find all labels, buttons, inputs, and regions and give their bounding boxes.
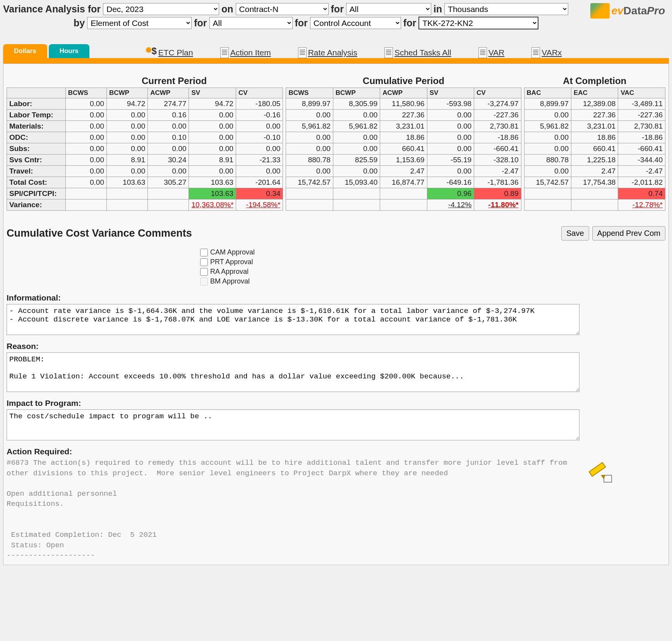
cell: 5,961.82	[333, 121, 380, 132]
cell: 5,961.82	[286, 121, 333, 132]
cell: 15,742.57	[524, 177, 571, 188]
cell: 103.63	[189, 177, 236, 188]
for3-label: for	[295, 17, 308, 29]
doc-icon	[220, 47, 229, 58]
cell: 0.00	[427, 110, 474, 121]
units-select[interactable]: Thousands	[444, 3, 568, 15]
cell: 660.41	[380, 143, 427, 155]
action-item-link[interactable]: Action Item	[230, 48, 271, 57]
col-acwp-cum: ACWP	[380, 88, 427, 98]
eoc-select[interactable]: Element of Cost	[87, 17, 192, 29]
current-period-header: Current Period	[65, 68, 283, 88]
cell: 0.00	[524, 143, 571, 155]
col-sv-cur: SV	[189, 88, 236, 98]
by-label: by	[74, 17, 85, 29]
prt-approval-checkbox[interactable]	[200, 258, 208, 266]
cell: 0.00	[189, 121, 236, 132]
cell[interactable]	[65, 199, 106, 211]
cell: 1,153.69	[380, 155, 427, 166]
cell[interactable]	[571, 199, 618, 211]
cell: 103.63	[189, 188, 236, 199]
logo-ev: ev	[611, 5, 623, 17]
cell: 94.72	[189, 98, 236, 110]
cell[interactable]: -194.58%*	[236, 199, 283, 211]
reason-textarea[interactable]	[7, 352, 579, 392]
cell: 0.00	[333, 132, 380, 143]
contract-select[interactable]: Contract-N	[236, 3, 329, 15]
action-required-text: #6873 The action(s) required to remedy t…	[7, 458, 579, 561]
ra-approval-checkbox[interactable]	[200, 268, 208, 276]
row-label: Labor:	[7, 98, 66, 110]
all2-select[interactable]: All	[209, 17, 293, 29]
all1-select[interactable]: All	[346, 3, 431, 15]
cell[interactable]	[333, 199, 380, 211]
cell: 2,730.81	[474, 121, 521, 132]
cell: 0.00	[65, 98, 106, 110]
cell: 0.00	[427, 132, 474, 143]
informational-label: Informational:	[7, 293, 665, 302]
cell[interactable]: -4.12%	[427, 199, 474, 211]
row-label: Total Cost:	[7, 177, 66, 188]
cell: 2.47	[571, 166, 618, 177]
cell: 0.00	[65, 155, 106, 166]
varx-link[interactable]: VARx	[542, 48, 562, 57]
cell: -660.41	[474, 143, 521, 155]
cell: 0.00	[286, 110, 333, 121]
save-button[interactable]: Save	[561, 226, 589, 241]
impact-textarea[interactable]	[7, 409, 579, 440]
cell: 0.00	[148, 143, 189, 155]
var-link[interactable]: VAR	[489, 48, 505, 57]
cell[interactable]	[380, 199, 427, 211]
cell[interactable]	[148, 199, 189, 211]
cell: 5,961.82	[524, 121, 571, 132]
etc-plan-link[interactable]: ETC Plan	[158, 48, 193, 57]
cam-approval-label: CAM Approval	[210, 248, 255, 256]
cell: 0.00	[333, 166, 380, 177]
cell[interactable]: 10,363.08%*	[189, 199, 236, 211]
cell: 0.00	[286, 132, 333, 143]
cell: 30.24	[148, 155, 189, 166]
cell	[524, 188, 571, 199]
logo-icon	[590, 3, 610, 19]
sched-tasks-link[interactable]: Sched Tasks All	[394, 48, 451, 57]
bm-approval-checkbox[interactable]	[200, 278, 208, 285]
month-select[interactable]: Dec, 2023	[103, 3, 219, 15]
cell: 0.00	[427, 121, 474, 132]
ca-select[interactable]: Control Account	[310, 17, 401, 29]
dollars-tab[interactable]: Dollars	[3, 44, 47, 58]
table-row: Total Cost:0.00103.63305.27103.63-201.64…	[7, 177, 665, 188]
col-bcws-cur: BCWS	[65, 88, 106, 98]
col-vac: VAC	[618, 88, 665, 98]
row-label: Variance:	[7, 199, 66, 211]
hours-tab[interactable]: Hours	[49, 44, 89, 58]
cell[interactable]	[286, 199, 333, 211]
table-row: Labor Temp:0.000.000.160.00-0.160.000.00…	[7, 110, 665, 121]
rate-analysis-link[interactable]: Rate Analysis	[308, 48, 357, 57]
cell: 15,742.57	[286, 177, 333, 188]
cell[interactable]	[524, 199, 571, 211]
cell: 227.36	[571, 110, 618, 121]
row-label: Subs:	[7, 143, 66, 155]
tkk-select[interactable]: TKK-272-KN2	[418, 17, 538, 29]
cell: -227.36	[474, 110, 521, 121]
cell: 660.41	[571, 143, 618, 155]
cell[interactable]: -12.78%*	[618, 199, 665, 211]
variance-table: Current Period Cumulative Period At Comp…	[7, 68, 665, 211]
cell: 880.78	[524, 155, 571, 166]
append-prev-com-button[interactable]: Append Prev Com	[592, 226, 665, 241]
row-label: Svs Cntr:	[7, 155, 66, 166]
cell: 0.34	[236, 188, 283, 199]
cam-approval-checkbox[interactable]	[200, 249, 208, 256]
cell[interactable]: -11.80%*	[474, 199, 521, 211]
cell: 16,874.77	[380, 177, 427, 188]
cell: 0.00	[524, 166, 571, 177]
comments-heading: Cumulative Cost Variance Comments	[7, 227, 192, 239]
cell[interactable]	[107, 199, 148, 211]
edit-pencil-icon[interactable]	[587, 462, 610, 481]
cell: 0.00	[65, 132, 106, 143]
cell: 0.00	[65, 177, 106, 188]
informational-textarea[interactable]	[7, 304, 579, 335]
table-row: ODC:0.000.000.100.00-0.100.000.0018.860.…	[7, 132, 665, 143]
col-eac: EAC	[571, 88, 618, 98]
variance-row: Variance:10,363.08%*-194.58%*-4.12%-11.8…	[7, 199, 665, 211]
